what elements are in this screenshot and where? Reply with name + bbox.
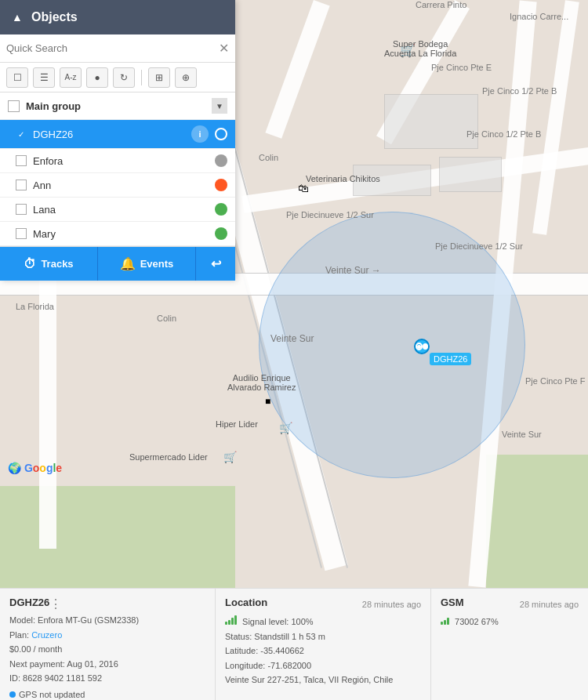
object-row-mary[interactable]: Mary — [0, 222, 235, 246]
object-checkbox-enfora[interactable] — [16, 155, 27, 166]
status-dot-dghz26 — [215, 128, 227, 140]
device-cost: $0.00 / month — [9, 643, 205, 656]
gsm-time-ago: 28 minutes ago — [520, 600, 579, 609]
gps-status: GPS not updated — [9, 688, 205, 701]
search-clear-button[interactable]: ✕ — [219, 42, 229, 55]
dot-view-button[interactable]: ● — [86, 67, 108, 88]
device-plan: Plan: Cruzero — [9, 629, 205, 642]
device-info-col: DGHZ26 ⋮ Model: Enfora MT-Gu (GSM2338) P… — [0, 589, 216, 700]
map-label-colin2: Colin — [157, 314, 176, 323]
gsm-col: GSM 28 minutes ago 73002 67% — [431, 589, 588, 700]
tracks-button[interactable]: ⏱ Tracks — [0, 247, 98, 281]
sidebar-title: Objects — [31, 10, 78, 24]
map-label-veintesur: Veinte Sur → — [325, 265, 381, 276]
device-menu-button[interactable]: ⋮ — [49, 597, 62, 611]
object-row-ann[interactable]: Ann — [0, 173, 235, 198]
location-time-ago: 28 minutes ago — [362, 600, 421, 609]
store-icon-5: 🛒 — [223, 451, 237, 463]
marker-label: DGHZ26 — [430, 353, 471, 365]
map-label-pje19: Pje Diecinueve 1/2 Sur — [286, 210, 374, 219]
refresh-button[interactable]: ↻ — [113, 67, 135, 88]
map-label-audilio: Audilio EnriqueAlvarado Ramirez — [227, 373, 296, 392]
latitude: Latitude: -35.440662 — [225, 644, 421, 658]
bottom-buttons: ⏱ Tracks 🔔 Events ↩ — [0, 246, 235, 281]
map-label-veterinaria: Veterinaria Chikitos — [306, 174, 380, 183]
map-label-top1: Carrera Pinto — [416, 0, 466, 9]
location-col: Location 28 minutes ago Signal level: 10… — [216, 589, 431, 700]
object-checkbox-dghz26[interactable]: ✓ — [16, 129, 27, 140]
map-label-top2: Ignacio Carre... — [510, 12, 568, 21]
info-button-dghz26[interactable]: i — [191, 125, 209, 143]
search-input[interactable] — [6, 42, 219, 54]
object-name-lana: Lana — [33, 204, 209, 216]
events-icon: 🔔 — [120, 256, 136, 271]
gsm-signal-bars-icon — [441, 614, 449, 625]
sort-az-button[interactable]: A-z — [60, 67, 82, 88]
status-dot-ann — [215, 179, 227, 191]
device-model: Model: Enfora MT-Gu (GSM2338) — [9, 614, 205, 627]
location-title: Location — [225, 597, 267, 608]
filter-button[interactable]: ⊞ — [148, 67, 170, 88]
history-icon: ↩ — [211, 256, 221, 271]
device-title: DGHZ26 — [9, 597, 49, 608]
group-name: Main group — [26, 100, 205, 112]
object-checkbox-mary[interactable] — [16, 228, 27, 239]
store-icon-3: ■ — [265, 396, 270, 407]
map-label-veintesur2: Veinte Sur — [270, 333, 314, 344]
events-button[interactable]: 🔔 Events — [98, 247, 196, 281]
status-dot-mary — [215, 227, 227, 240]
object-checkbox-ann[interactable] — [16, 180, 27, 190]
toolbar-separator — [141, 70, 142, 85]
object-name-ann: Ann — [33, 180, 209, 191]
google-logo: 🌍 Google — [8, 462, 62, 474]
group-collapse-button[interactable]: ▼ — [212, 98, 227, 114]
address: Veinte Sur 227-251, Talca, VII Región, C… — [225, 673, 421, 687]
object-row-dghz26[interactable]: ✓ DGHZ26 i — [0, 120, 235, 149]
object-list: Main group ▼ ✓ DGHZ26 i Enfora Ann Lana — [0, 92, 235, 246]
tracks-icon: ⏱ — [24, 257, 36, 271]
info-panel: DGHZ26 ⋮ Model: Enfora MT-Gu (GSM2338) P… — [0, 588, 588, 700]
map-label-laflorida: La Florida — [16, 302, 54, 311]
events-label: Events — [140, 258, 174, 270]
grid-view-button[interactable]: ☐ — [6, 67, 28, 88]
map-label-colin: Colin — [259, 153, 278, 162]
signal-level: Signal level: 100% — [225, 614, 421, 629]
object-row-lana[interactable]: Lana — [0, 198, 235, 222]
plan-link[interactable]: Cruzero — [31, 630, 62, 640]
object-name-dghz26: DGHZ26 — [33, 129, 185, 140]
tracks-label: Tracks — [41, 258, 73, 270]
sidebar-header: ▲ Objects — [0, 0, 235, 34]
longitude: Longitude: -71.682000 — [225, 659, 421, 673]
map-label-pje19b: Pje Diecinueve 1/2 Sur — [435, 241, 523, 251]
map-label-pteb: Pje Cinco 1/2 Pte B — [482, 86, 557, 96]
gsm-signal: 73002 67% — [441, 614, 579, 629]
device-id: ID: 8628 9402 1181 592 — [9, 672, 205, 685]
toolbar: ☐ ☰ A-z ● ↻ ⊞ ⊕ — [0, 63, 235, 92]
group-checkbox[interactable] — [8, 100, 20, 112]
device-next-payment: Next payment: Aug 01, 2016 — [9, 658, 205, 671]
geofence-circle — [259, 212, 525, 478]
signal-bars-icon — [225, 614, 237, 625]
status-dot-enfora — [215, 154, 227, 167]
search-bar: ✕ — [0, 34, 235, 63]
sidebar-panel: ▲ Objects ✕ ☐ ☰ A-z ● ↻ ⊞ ⊕ Main group ▼… — [0, 0, 235, 281]
map-label-superbodega: Super BodegaAcuenta La Florida — [384, 39, 456, 58]
navigation-arrow-icon: ▲ — [9, 9, 25, 25]
store-icon-2: 🛍 — [298, 182, 309, 194]
add-button[interactable]: ⊕ — [175, 67, 197, 88]
gsm-title: GSM — [441, 597, 464, 608]
object-row-enfora[interactable]: Enfora — [0, 149, 235, 173]
group-row[interactable]: Main group ▼ — [0, 92, 235, 120]
object-checkbox-lana[interactable] — [16, 204, 27, 215]
vehicle-marker[interactable] — [414, 339, 430, 354]
history-button[interactable]: ↩ — [196, 247, 235, 281]
map-label-superlider: Supermercado Lider — [129, 452, 208, 462]
list-view-button[interactable]: ☰ — [33, 67, 55, 88]
map-label-pje5f2: Pje Cinco Pte F — [525, 376, 585, 386]
map-label-pjecol: Pje Cinco Pte E — [431, 63, 492, 72]
location-status: Status: Standstill 1 h 53 m — [225, 630, 421, 644]
map-label-veintesur3: Veinte Sur — [502, 430, 542, 439]
store-icon-4: 🛒 — [279, 422, 292, 434]
map-label-hiperlider: Hiper Lider — [216, 419, 258, 429]
object-name-enfora: Enfora — [33, 155, 209, 167]
